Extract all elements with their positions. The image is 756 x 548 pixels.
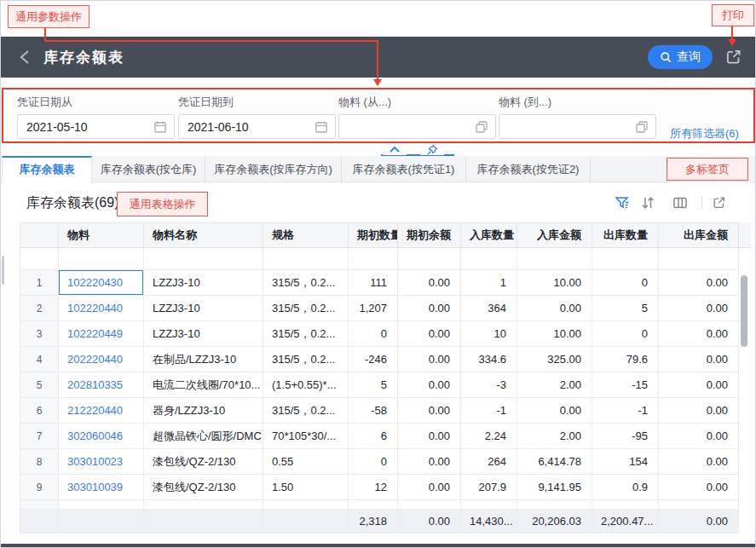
annotation-param-ops: 通用参数操作 <box>8 5 89 28</box>
cell-value: 0.00 <box>398 296 461 321</box>
columns-icon[interactable] <box>672 195 688 211</box>
cell-material-code[interactable]: 202220440 <box>59 347 144 372</box>
grid-filter-cell[interactable] <box>398 248 461 270</box>
column-header[interactable]: 物料名称 <box>144 223 263 248</box>
grid-filter-cell[interactable] <box>517 248 592 270</box>
cell-value: 0.00 <box>398 449 461 475</box>
cell-value: 5 <box>349 372 398 398</box>
table-export-icon[interactable] <box>712 195 727 211</box>
cell-material-name: 电流二次线圈/70*10... <box>144 372 263 398</box>
cell-value: 0.00 <box>659 321 739 347</box>
filter-value: 2021-05-10 <box>26 120 153 134</box>
collapse-icon <box>389 146 401 153</box>
calendar-icon[interactable] <box>315 120 328 134</box>
cell-material-code[interactable]: 303010023 <box>59 449 144 475</box>
annotation-line <box>44 28 46 41</box>
totals-value: 0.00 <box>398 510 461 534</box>
column-header[interactable]: 期初余额 <box>398 223 461 248</box>
cell-value: 207.9 <box>461 475 517 500</box>
cell-material-code[interactable]: 212220440 <box>59 398 144 424</box>
column-header[interactable]: 期初数量 <box>349 223 398 248</box>
all-filters-link[interactable]: 所有筛选器(6) <box>670 126 739 141</box>
cell-material-code[interactable]: 302060046 <box>59 424 144 449</box>
export-icon[interactable] <box>724 48 743 66</box>
top-bar: 库存余额表 查询 <box>1 37 756 78</box>
grid-filter-cell[interactable] <box>592 248 659 270</box>
tab-5[interactable]: 库存余额表(按凭证2) <box>466 156 591 182</box>
header-extension <box>738 222 751 248</box>
column-header[interactable]: 入库金额 <box>517 223 592 248</box>
back-icon[interactable] <box>18 49 33 66</box>
table-row: 8303010023漆包线/QZ-2/1300.5500.002646,414.… <box>20 449 739 475</box>
cell-value: 6 <box>349 424 398 449</box>
lookup-icon[interactable] <box>475 120 488 134</box>
bottom-bar <box>1 544 756 548</box>
sort-icon[interactable] <box>640 195 655 211</box>
calendar-icon[interactable] <box>153 120 167 134</box>
row-number: 6 <box>20 398 59 424</box>
tab-2[interactable]: 库存余额表(按仓库) <box>92 156 205 182</box>
tab-4[interactable]: 库存余额表(按凭证1) <box>342 156 466 182</box>
grid-filter-cell[interactable] <box>59 248 144 270</box>
left-scrollbar[interactable] <box>2 256 4 285</box>
cell-value: 2.00 <box>517 372 592 398</box>
filter-field-3: 物料 (从...) <box>338 95 496 139</box>
cell-material-code[interactable]: 102220430 <box>59 270 144 296</box>
grid-filter-cell[interactable] <box>461 248 517 270</box>
column-header[interactable]: 出库金额 <box>659 223 739 248</box>
annotation-multi-tab: 多标签页 <box>667 158 748 181</box>
spacer-cell <box>398 500 461 510</box>
pin-panel-button[interactable] <box>420 144 444 155</box>
cell-value: 0.00 <box>398 347 461 372</box>
column-header[interactable]: 入库数量 <box>461 223 517 248</box>
annotation-line <box>731 26 733 40</box>
column-header[interactable]: 规格 <box>263 223 349 248</box>
table-title: 库存余额表(69) <box>26 194 118 212</box>
cell-value: 1,207 <box>349 296 398 321</box>
cell-value: 10.00 <box>517 270 592 296</box>
cell-material-code[interactable]: 303010039 <box>59 475 144 500</box>
spacer-cell <box>263 500 349 510</box>
totals-value: 2,318 <box>349 510 398 534</box>
cell-material-name: LZZJ3-10 <box>144 296 263 321</box>
grid-filter-cell[interactable] <box>20 248 59 270</box>
grid-filter-cell[interactable] <box>144 248 263 270</box>
filter-input-4[interactable] <box>499 114 656 139</box>
filter-input-1[interactable]: 2021-05-10 <box>17 114 175 139</box>
cell-material-code[interactable]: 202810335 <box>59 372 144 398</box>
cell-material-name: 器身/LZZJ3-10 <box>144 398 263 424</box>
vertical-scrollbar[interactable] <box>741 275 747 347</box>
annotation-line <box>377 40 378 80</box>
cell-value: 6,414.78 <box>517 449 592 475</box>
cell-material-code[interactable]: 102220449 <box>59 321 144 347</box>
filter-icon[interactable] <box>615 195 630 211</box>
filter-input-2[interactable]: 2021-06-10 <box>178 114 336 139</box>
query-button[interactable]: 查询 <box>648 45 713 69</box>
tab-1[interactable]: 库存余额表 <box>2 156 92 182</box>
cell-material-code[interactable]: 102220440 <box>59 296 144 321</box>
grid-filter-cell[interactable] <box>349 248 398 270</box>
cell-value: 10 <box>461 321 517 347</box>
totals-empty-cell <box>59 510 144 534</box>
cell-value: 9,141.95 <box>517 475 592 500</box>
cell-value: 111 <box>349 270 398 296</box>
cell-value: 0.00 <box>398 321 461 347</box>
column-header[interactable]: 物料 <box>59 223 144 248</box>
row-number: 1 <box>20 270 59 296</box>
cell-value: 0.00 <box>659 372 739 398</box>
toolbar-divider <box>701 196 702 210</box>
collapse-panel-button[interactable] <box>383 144 407 155</box>
grid-filter-cell[interactable] <box>659 248 739 270</box>
lookup-icon[interactable] <box>635 120 649 134</box>
cell-value: 10.00 <box>517 321 592 347</box>
spacer-row <box>20 500 739 510</box>
totals-value: 2,200.47... <box>592 510 659 534</box>
column-header[interactable]: 出库数量 <box>592 223 659 248</box>
tab-3[interactable]: 库存余额表(按库存方向) <box>205 156 342 182</box>
grid-filter-cell[interactable] <box>263 248 349 270</box>
cell-value: 0.9 <box>592 475 659 500</box>
column-header-rownum <box>20 223 59 248</box>
page-title: 库存余额表 <box>43 48 124 67</box>
cell-value: 325.00 <box>517 347 592 372</box>
filter-input-3[interactable] <box>338 114 496 139</box>
